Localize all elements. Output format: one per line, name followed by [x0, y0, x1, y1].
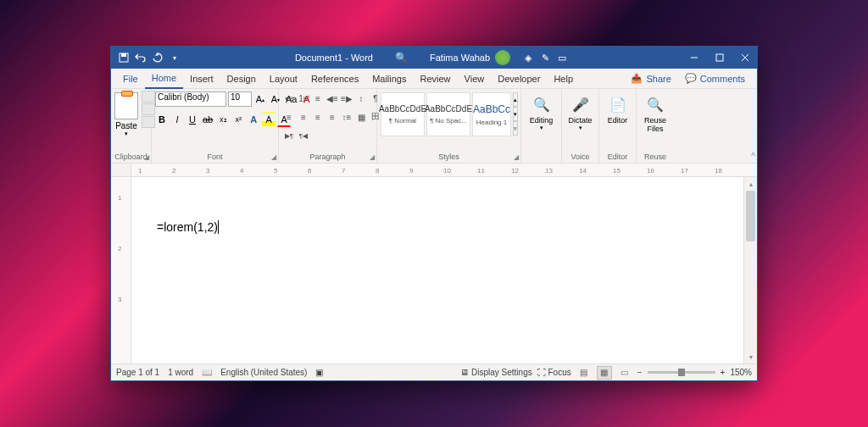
comments-button[interactable]: 💬Comments: [678, 73, 752, 84]
zoom-out-button[interactable]: −: [637, 368, 643, 377]
word-count[interactable]: 1 word: [168, 368, 193, 377]
strikethrough-button[interactable]: ab: [201, 112, 214, 127]
document-page[interactable]: =lorem(1,2): [131, 177, 743, 363]
display-settings-button[interactable]: 🖥 Display Settings: [460, 368, 531, 377]
ruler-tick: 3: [118, 296, 121, 303]
scroll-down-button[interactable]: ▾: [744, 350, 757, 363]
align-right-button[interactable]: ≡: [311, 110, 325, 124]
tab-design[interactable]: Design: [220, 69, 263, 89]
ribbon-display-icon[interactable]: ▭: [556, 52, 568, 64]
style-normal[interactable]: AaBbCcDdE ¶ Normal: [381, 92, 425, 136]
shading-button[interactable]: ▦: [354, 110, 368, 124]
save-icon[interactable]: [118, 52, 130, 64]
close-button[interactable]: [733, 47, 757, 69]
tab-references[interactable]: References: [304, 69, 365, 89]
spellcheck-icon[interactable]: 📖: [202, 368, 212, 377]
voice-group: 🎤 Dictate ▾ Voice: [562, 89, 599, 163]
maximize-button[interactable]: [708, 47, 732, 69]
language[interactable]: English (United States): [220, 368, 307, 377]
scroll-track[interactable]: [744, 191, 757, 350]
align-center-button[interactable]: ≡: [297, 110, 310, 124]
bold-button[interactable]: B: [155, 112, 169, 127]
text-cursor: [218, 220, 219, 234]
diamond-icon[interactable]: ◈: [522, 52, 534, 64]
text-effects-button[interactable]: A: [247, 112, 260, 127]
ruler-tick: 10: [443, 167, 451, 175]
focus-button[interactable]: ⛶ Focus: [537, 368, 571, 377]
italic-button[interactable]: I: [170, 112, 184, 127]
justify-button[interactable]: ≡: [326, 110, 339, 124]
increase-indent-button[interactable]: ≡▶: [340, 92, 353, 105]
scroll-thumb[interactable]: [746, 191, 755, 241]
font-name-select[interactable]: Calibri (Body): [155, 92, 226, 107]
tab-mailings[interactable]: Mailings: [365, 69, 413, 89]
ruler-tick: 5: [274, 167, 277, 175]
ruler-tick: 9: [409, 167, 413, 175]
vertical-ruler[interactable]: 123: [111, 177, 131, 363]
page-number[interactable]: Page 1 of 1: [116, 368, 159, 377]
tab-insert[interactable]: Insert: [183, 69, 220, 89]
tab-view[interactable]: View: [458, 69, 492, 89]
editing-button[interactable]: 🔍 Editing ▾: [525, 91, 558, 131]
ribbon: Paste ▾ Clipboard ◢ Calibri (Body) 10 A▴…: [111, 89, 757, 164]
styles-down-button[interactable]: ▾: [513, 107, 518, 121]
redo-icon[interactable]: [152, 52, 164, 64]
style-heading1[interactable]: AaBbCc Heading 1: [472, 92, 511, 136]
tab-layout[interactable]: Layout: [263, 69, 304, 89]
styles-more-button[interactable]: ▿: [513, 121, 518, 136]
tab-developer[interactable]: Developer: [491, 69, 547, 89]
search-icon[interactable]: 🔍: [395, 52, 408, 64]
rtl-button[interactable]: ¶◀: [297, 129, 310, 142]
zoom-thumb[interactable]: [678, 369, 685, 376]
style-no-spacing[interactable]: AaBbCcDdE ¶ No Spac...: [426, 92, 470, 136]
web-layout-button[interactable]: ▭: [617, 366, 632, 380]
macro-icon[interactable]: ▣: [315, 368, 323, 377]
zoom-level[interactable]: 150%: [730, 368, 752, 377]
tab-home[interactable]: Home: [145, 69, 183, 89]
print-layout-button[interactable]: ▦: [597, 366, 612, 380]
line-spacing-button[interactable]: ↕≡: [340, 110, 353, 124]
styles-launcher[interactable]: ◢: [514, 153, 519, 161]
tab-help[interactable]: Help: [547, 69, 580, 89]
reuse-files-button[interactable]: 🔍 Reuse Files: [640, 91, 670, 133]
numbering-button[interactable]: 1≡: [297, 92, 310, 105]
vertical-scrollbar[interactable]: ▴ ▾: [743, 177, 757, 363]
dictate-button[interactable]: 🎤 Dictate ▾: [565, 91, 595, 131]
reuse-group: 🔍 Reuse Files Reuse Files: [637, 89, 674, 163]
align-left-button[interactable]: ≡: [282, 110, 296, 124]
share-button[interactable]: 📤Share: [624, 73, 677, 84]
minimize-button[interactable]: [682, 47, 706, 69]
ltr-button[interactable]: ▶¶: [282, 129, 296, 142]
tab-review[interactable]: Review: [414, 69, 458, 89]
paste-button[interactable]: Paste ▾: [114, 91, 138, 137]
clipboard-launcher[interactable]: ◢: [144, 153, 149, 161]
user-account[interactable]: Fatima Wahab: [430, 50, 510, 65]
zoom-in-button[interactable]: +: [721, 368, 726, 377]
font-size-select[interactable]: 10: [228, 92, 252, 107]
underline-button[interactable]: U: [186, 112, 199, 127]
scroll-up-button[interactable]: ▴: [744, 177, 757, 191]
superscript-button[interactable]: x²: [231, 112, 245, 127]
share-icon: 📤: [631, 73, 643, 84]
multilevel-button[interactable]: ≡: [311, 92, 325, 105]
editor-button[interactable]: 📄 Editor: [603, 91, 632, 125]
decrease-indent-button[interactable]: ◀≡: [326, 92, 339, 105]
paragraph-launcher[interactable]: ◢: [370, 153, 375, 161]
pen-icon[interactable]: ✎: [539, 52, 551, 64]
grow-font-button[interactable]: A▴: [253, 92, 267, 107]
sort-button[interactable]: ↕: [354, 92, 368, 105]
undo-icon[interactable]: [135, 52, 147, 64]
collapse-ribbon-button[interactable]: ^: [751, 152, 755, 161]
ruler-tick: 12: [511, 167, 519, 175]
font-label: Font: [155, 151, 275, 163]
highlight-button[interactable]: A: [262, 112, 275, 127]
read-mode-button[interactable]: ▤: [576, 366, 592, 380]
font-launcher[interactable]: ◢: [271, 153, 276, 161]
bullets-button[interactable]: •≡: [282, 92, 296, 105]
styles-up-button[interactable]: ▴: [513, 92, 518, 107]
horizontal-ruler[interactable]: 123456789101112131415161718: [131, 164, 757, 177]
subscript-button[interactable]: x₂: [216, 112, 230, 127]
zoom-slider[interactable]: [648, 371, 715, 374]
customize-qat-icon[interactable]: ▾: [169, 52, 181, 64]
tab-file[interactable]: File: [116, 69, 145, 89]
